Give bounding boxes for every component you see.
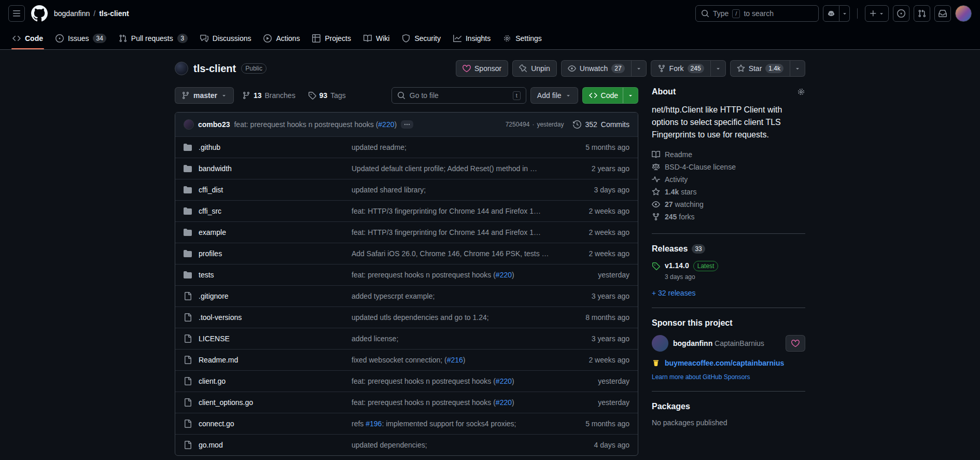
sponsors-learn-more-link[interactable]: Learn more about GitHub Sponsors — [652, 373, 750, 381]
user-avatar[interactable] — [955, 5, 972, 22]
buymeacoffee-link[interactable]: buymeacoffee.com/captainbarnius — [665, 359, 784, 367]
unpin-button[interactable]: Unpin — [512, 60, 557, 77]
file-link[interactable]: profiles — [199, 249, 222, 258]
tags-link[interactable]: 93 Tags — [304, 87, 350, 104]
commit-expand-button[interactable] — [401, 120, 413, 129]
go-to-file-input[interactable]: Go to file t — [391, 87, 526, 104]
code-dropdown-button[interactable] — [623, 88, 634, 103]
page-title[interactable]: tls-client — [193, 63, 236, 75]
breadcrumb-repo-link[interactable]: tls-client — [99, 9, 129, 18]
tab-security[interactable]: Security — [397, 27, 446, 49]
file-link[interactable]: example — [199, 228, 226, 236]
commit-time-link[interactable]: yesterday — [537, 121, 564, 128]
file-age-link[interactable]: 2 weeks ago — [562, 249, 629, 258]
file-age-link[interactable]: 5 months ago — [562, 143, 629, 151]
file-link[interactable]: connect.go — [199, 420, 234, 428]
tab-code[interactable]: Code — [7, 27, 48, 49]
sponsor-heart-button[interactable] — [786, 335, 805, 352]
file-age-link[interactable]: 4 days ago — [562, 441, 629, 449]
releases-title[interactable]: Releases — [652, 244, 688, 254]
file-link[interactable]: .tool-versions — [199, 313, 242, 322]
sponsor-user-avatar[interactable] — [652, 335, 668, 352]
sponsor-user-link[interactable]: bogdanfinn — [673, 339, 712, 347]
file-link[interactable]: .gitignore — [199, 292, 229, 300]
file-commit-message-link[interactable]: refs #196: implemented support for socks… — [352, 420, 550, 428]
file-age-link[interactable]: 2 weeks ago — [562, 207, 629, 215]
license-link[interactable]: BSD-4-Clause license — [652, 161, 805, 173]
tab-settings[interactable]: Settings — [498, 27, 547, 49]
file-commit-message-link[interactable]: updated utls dependencies and go to 1.24… — [352, 313, 550, 322]
fork-button[interactable]: Fork245 — [651, 60, 711, 77]
file-link[interactable]: tests — [199, 271, 214, 279]
commit-message-link[interactable]: feat: prerequest hooks n postrequest hoo… — [234, 120, 397, 129]
tab-wiki[interactable]: Wiki — [358, 27, 395, 49]
edit-repo-details-button[interactable] — [797, 88, 805, 96]
file-age-link[interactable]: 8 months ago — [562, 313, 629, 322]
file-age-link[interactable]: 3 years ago — [562, 334, 629, 343]
fork-dropdown-button[interactable] — [711, 60, 726, 77]
breadcrumb-owner-link[interactable]: bogdanfinn — [54, 9, 90, 18]
branch-selector[interactable]: master — [175, 87, 234, 104]
global-search-input[interactable]: Type / to search — [695, 5, 819, 22]
file-age-link[interactable]: 5 months ago — [562, 420, 629, 428]
create-new-button[interactable] — [865, 5, 889, 22]
sponsor-button[interactable]: Sponsor — [456, 60, 508, 77]
file-link[interactable]: client.go — [199, 377, 226, 385]
github-logo[interactable] — [31, 5, 48, 22]
file-age-link[interactable]: 3 days ago — [562, 186, 629, 194]
watch-dropdown-button[interactable] — [632, 60, 647, 77]
issues-dashboard-button[interactable] — [893, 5, 909, 22]
copilot-button[interactable] — [823, 5, 839, 22]
star-button[interactable]: Star1.4k — [730, 60, 790, 77]
file-age-link[interactable]: 2 years ago — [562, 164, 629, 173]
file-commit-message-link[interactable]: updated readme; — [352, 143, 550, 151]
tab-actions[interactable]: Actions — [258, 27, 305, 49]
code-button[interactable]: Code — [582, 87, 638, 104]
tab-pull-requests[interactable]: Pull requests3 — [114, 27, 193, 49]
file-link[interactable]: bandwidth — [199, 164, 232, 173]
activity-link[interactable]: Activity — [652, 173, 805, 186]
file-commit-message-link[interactable]: feat: prerequest hooks n postrequest hoo… — [352, 398, 550, 407]
file-link[interactable]: Readme.md — [199, 356, 238, 364]
file-age-link[interactable]: yesterday — [562, 377, 629, 385]
star-dropdown-button[interactable] — [790, 60, 805, 77]
file-commit-message-link[interactable]: updated shared library; — [352, 186, 550, 194]
file-commit-message-link[interactable]: added license; — [352, 334, 550, 343]
commit-author-avatar[interactable] — [184, 119, 194, 130]
file-link[interactable]: cffi_dist — [199, 186, 223, 194]
tab-issues[interactable]: Issues34 — [50, 27, 111, 49]
notifications-inbox-button[interactable] — [934, 5, 951, 22]
file-age-link[interactable]: 3 years ago — [562, 292, 629, 300]
file-link[interactable]: LICENSE — [199, 334, 230, 343]
file-commit-message-link[interactable]: Add Safari iOS 26.0, Chrome 146, Chrome … — [352, 249, 550, 258]
file-link[interactable]: go.mod — [199, 441, 223, 449]
tab-insights[interactable]: Insights — [448, 27, 496, 49]
file-commit-message-link[interactable]: updated dependencies; — [352, 441, 550, 449]
file-link[interactable]: .github — [199, 143, 220, 151]
file-age-link[interactable]: yesterday — [562, 398, 629, 407]
file-age-link[interactable]: 2 weeks ago — [562, 228, 629, 236]
file-commit-message-link[interactable]: feat: HTTP/3 fingerprinting for Chrome 1… — [352, 228, 550, 236]
copilot-dropdown-button[interactable] — [839, 5, 850, 22]
unwatch-button[interactable]: Unwatch27 — [561, 60, 632, 77]
file-commit-message-link[interactable]: Updated default client profile; Added Re… — [352, 164, 550, 173]
tab-discussions[interactable]: Discussions — [195, 27, 257, 49]
stars-link[interactable]: 1.4k stars — [652, 186, 805, 198]
tab-projects[interactable]: Projects — [307, 27, 356, 49]
file-link[interactable]: client_options.go — [199, 398, 253, 407]
branches-link[interactable]: 13 Branches — [238, 87, 300, 104]
file-commit-message-link[interactable]: feat: prerequest hooks n postrequest hoo… — [352, 271, 550, 279]
pull-requests-dashboard-button[interactable] — [914, 5, 930, 22]
add-file-button[interactable]: Add file — [530, 87, 578, 104]
more-releases-link[interactable]: + 32 releases — [652, 289, 695, 297]
file-commit-message-link[interactable]: feat: HTTP/3 fingerprinting for Chrome 1… — [352, 207, 550, 215]
readme-link[interactable]: Readme — [652, 148, 805, 161]
file-age-link[interactable]: yesterday — [562, 271, 629, 279]
file-commit-message-link[interactable]: fixed websocket connection; (#216) — [352, 356, 550, 364]
forks-link[interactable]: 245 forks — [652, 211, 805, 223]
commit-history-link[interactable]: 352 Commits — [573, 120, 629, 129]
commit-sha-link[interactable]: 7250494 — [506, 121, 530, 128]
latest-release-link[interactable]: v1.14.0Latest 3 days ago — [652, 261, 805, 281]
file-age-link[interactable]: 2 weeks ago — [562, 356, 629, 364]
file-commit-message-link[interactable]: added typescrpt example; — [352, 292, 550, 300]
